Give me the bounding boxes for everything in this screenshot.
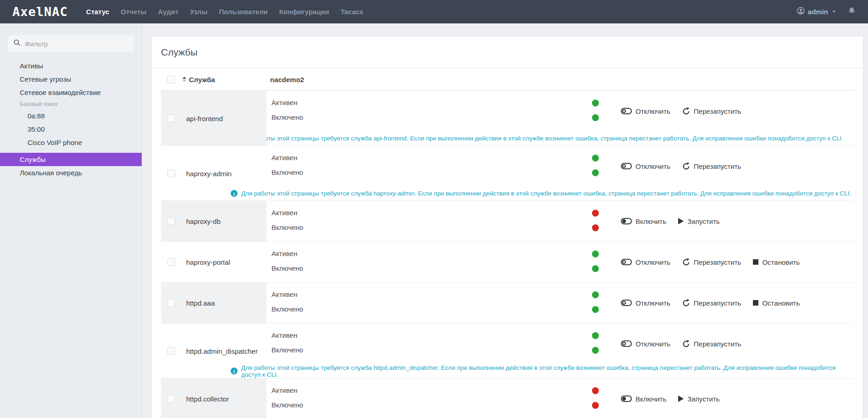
- top-navbar: AxelNAC СтатусОтчетыАудитУзлыПользовател…: [0, 0, 868, 23]
- table-row: httpd.aaa Активен Включено ОтключитьПере…: [161, 283, 854, 323]
- status-dot-active: [592, 210, 599, 217]
- brand-logo[interactable]: AxelNAC: [12, 5, 68, 19]
- restart-button[interactable]: Перезапустить: [682, 258, 741, 266]
- status-dot-active: [592, 332, 599, 339]
- row-actions: ОтключитьПерезапуститьОстановить: [621, 242, 800, 282]
- row-actions: ОтключитьПерезапустить: [621, 146, 741, 186]
- status-dot-active: [592, 100, 599, 106]
- user-name: admin: [808, 8, 828, 16]
- stop-button[interactable]: Остановить: [753, 299, 800, 307]
- sidebar-item[interactable]: Службы: [0, 153, 142, 166]
- stop-icon: [753, 259, 758, 265]
- toggle-off-icon: [621, 163, 632, 169]
- disable-button[interactable]: Отключить: [621, 340, 670, 348]
- nav-item[interactable]: Tacacs: [341, 8, 364, 16]
- status-dot-active: [592, 387, 599, 394]
- table-header-row: Служба nacdemo2: [161, 68, 854, 91]
- note-text: Для работы этой страницы требуется служб…: [241, 364, 854, 378]
- nav-item[interactable]: Отчеты: [121, 8, 146, 16]
- sidebar-item[interactable]: Сетевые угрозы: [0, 72, 142, 86]
- action-label: Перезапустить: [694, 107, 741, 115]
- service-status-block: Активен Включено ОтключитьПерезапустить: [161, 91, 854, 131]
- row-actions: ОтключитьПерезапуститьОстановить: [621, 283, 800, 323]
- action-label: Отключить: [636, 340, 670, 348]
- nav-item[interactable]: Пользователи: [219, 8, 267, 16]
- row-actions: ОтключитьПерезапустить: [621, 323, 741, 364]
- action-label: Перезапустить: [694, 258, 741, 266]
- main-area: Службы Служба nacdemo2 api-frontend Акти…: [143, 23, 868, 418]
- start-button[interactable]: Запустить: [678, 395, 719, 403]
- table-row: api-frontend Активен Включено ОтключитьП…: [161, 91, 854, 146]
- action-label: Отключить: [636, 258, 670, 266]
- select-all-checkbox[interactable]: [167, 76, 175, 84]
- toggle-off-icon: [621, 300, 632, 306]
- status-label-enabled: Включено: [271, 223, 303, 231]
- status-label-active: Активен: [271, 331, 297, 339]
- action-label: Включить: [636, 395, 666, 403]
- restart-icon: [682, 107, 690, 115]
- sidebar-item[interactable]: Cisco VoIP phone: [0, 136, 142, 149]
- restart-button[interactable]: Перезапустить: [682, 299, 741, 307]
- card-header: Службы: [152, 36, 863, 68]
- table-row: httpd.collector Активен Включено Включит…: [161, 379, 854, 418]
- status-label-enabled: Включено: [271, 346, 303, 354]
- user-menu[interactable]: admin: [797, 7, 836, 17]
- disable-button[interactable]: Отключить: [621, 258, 670, 266]
- sidebar-item[interactable]: 0a:88: [0, 109, 142, 123]
- stop-icon: [753, 300, 758, 306]
- column-header-service[interactable]: Служба: [189, 76, 215, 84]
- nav-item[interactable]: Статус: [86, 8, 110, 16]
- status-label-active: Активен: [271, 154, 297, 162]
- row-actions: ОтключитьПерезапустить: [621, 91, 741, 131]
- navbar-right: admin: [797, 7, 856, 17]
- status-dot-enabled: [592, 265, 599, 272]
- play-icon: [678, 218, 684, 224]
- filter-search-box: [8, 35, 134, 52]
- service-status-block: Активен Включено ВключитьЗапустить: [161, 201, 854, 241]
- row-actions: ВключитьЗапустить: [621, 201, 720, 241]
- start-button[interactable]: Запустить: [678, 217, 719, 225]
- status-dot-active: [592, 155, 599, 162]
- sidebar-item[interactable]: Активы: [0, 59, 142, 72]
- sort-icon[interactable]: [182, 77, 186, 82]
- play-icon: [678, 396, 684, 402]
- sidebar: АктивыСетевые угрозыСетевое взаимодейств…: [0, 23, 142, 418]
- nav-item[interactable]: Узлы: [190, 8, 207, 16]
- status-dot-active: [592, 291, 599, 298]
- notifications-bell-icon[interactable]: [848, 7, 856, 17]
- status-label-enabled: Включено: [271, 168, 303, 176]
- restart-button[interactable]: Перезапустить: [682, 340, 741, 348]
- nav-item[interactable]: Аудит: [158, 8, 178, 16]
- sidebar-item[interactable]: Локальная очередь: [0, 166, 142, 179]
- sidebar-item[interactable]: 35:00: [0, 123, 142, 136]
- sidebar-list: АктивыСетевые угрозыСетевое взаимодейств…: [0, 59, 142, 179]
- service-status-block: Активен Включено ВключитьЗапустить: [161, 379, 854, 418]
- status-label-enabled: Включено: [271, 305, 303, 313]
- disable-button[interactable]: Отключить: [621, 299, 670, 307]
- status-dot-enabled: [592, 402, 599, 409]
- restart-button[interactable]: Перезапустить: [682, 107, 741, 115]
- status-label-enabled: Включено: [271, 113, 303, 121]
- status-label-active: Активен: [271, 290, 297, 298]
- restart-icon: [682, 299, 690, 307]
- disable-button[interactable]: Отключить: [621, 107, 670, 115]
- user-icon: [797, 7, 805, 17]
- chevron-down-icon: [832, 11, 836, 13]
- status-dot-enabled: [592, 224, 599, 231]
- status-label-enabled: Включено: [271, 264, 303, 272]
- sidebar-item[interactable]: Сетевое взаимодействие: [0, 86, 142, 99]
- toggle-off-icon: [621, 340, 632, 347]
- action-label: Перезапустить: [694, 162, 741, 170]
- restart-button[interactable]: Перезапустить: [682, 162, 741, 170]
- restart-icon: [682, 258, 690, 266]
- enable-button[interactable]: Включить: [621, 217, 666, 225]
- action-label: Перезапустить: [694, 299, 741, 307]
- enable-button[interactable]: Включить: [621, 395, 666, 403]
- stop-button[interactable]: Остановить: [753, 258, 800, 266]
- status-label-active: Активен: [271, 386, 297, 394]
- table-row: haproxy-portal Активен Включено Отключит…: [161, 242, 854, 283]
- nav-item[interactable]: Конфигурация: [279, 8, 329, 16]
- restart-icon: [682, 340, 690, 348]
- filter-input[interactable]: [25, 40, 128, 48]
- disable-button[interactable]: Отключить: [621, 162, 670, 170]
